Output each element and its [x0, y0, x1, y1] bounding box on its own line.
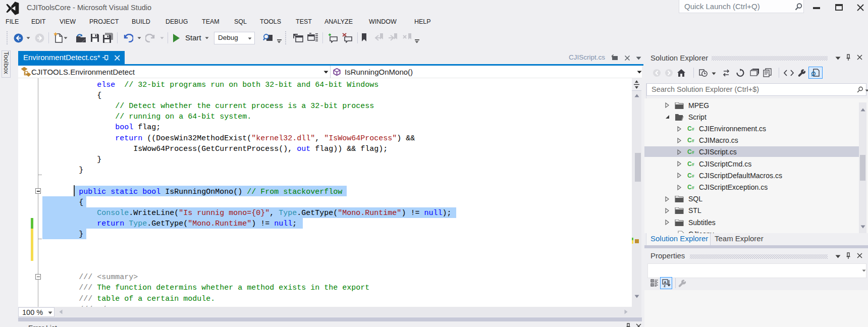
- svg-text:z: z: [664, 284, 666, 288]
